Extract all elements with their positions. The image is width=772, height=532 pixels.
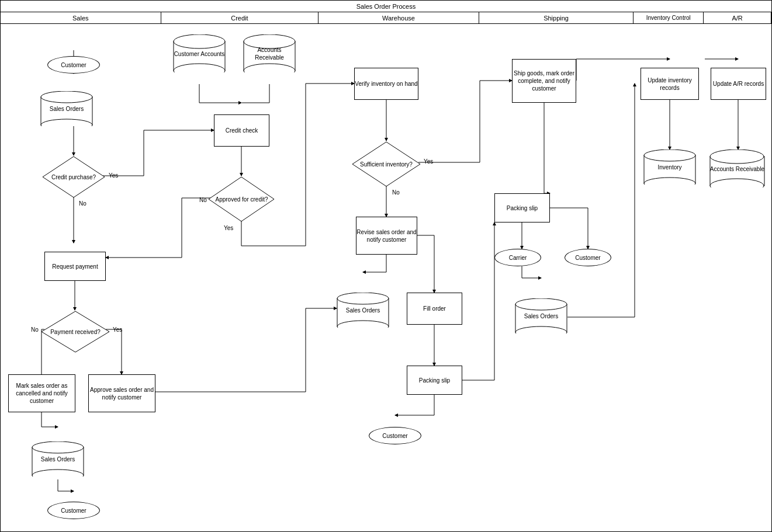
diagram-container: Sales Order Process Sales Credit Warehou… — [0, 0, 772, 532]
lane-shipping: Shipping — [479, 12, 634, 23]
accounts-receivable-ar-shape: Accounts Receivable — [709, 149, 765, 187]
no-inventory-label: No — [392, 189, 400, 196]
diagram-title: Sales Order Process — [1, 1, 771, 12]
packing-slip-ship-shape: Packing slip — [494, 193, 550, 222]
customer-wh-shape: Customer — [369, 427, 421, 444]
ship-goods-shape: Ship goods, mark order complete, and not… — [512, 59, 576, 103]
customer-accounts-shape: Customer Accounts — [173, 34, 226, 72]
mark-cancelled-shape: Mark sales order as cancelled and notify… — [8, 374, 75, 412]
carrier-shape: Carrier — [494, 249, 541, 266]
no-approved-label: No — [199, 197, 207, 203]
svg-point-76 — [337, 293, 389, 304]
lane-ar: A/R — [704, 12, 771, 23]
svg-point-65 — [32, 441, 84, 453]
lanes-header: Sales Credit Warehouse Shipping Inventor… — [1, 12, 771, 24]
request-payment-shape: Request payment — [44, 252, 106, 281]
svg-point-68 — [174, 34, 225, 48]
approved-credit-shape: Approved for credit? — [208, 176, 275, 222]
credit-check-shape: Credit check — [214, 114, 269, 147]
sufficient-inventory-shape: Sufficient inventory? — [351, 141, 421, 187]
svg-point-85 — [710, 149, 764, 164]
yes-approved-label: Yes — [224, 225, 233, 231]
revise-sales-shape: Revise sales order and notify customer — [356, 217, 417, 255]
yes-inventory-label: Yes — [424, 158, 433, 165]
customer-ship-shape: Customer — [565, 249, 611, 266]
sales-orders-bottom-shape: Sales Orders — [32, 441, 84, 477]
no-payment-label: No — [31, 326, 39, 333]
update-ar-shape: Update A/R records — [711, 68, 766, 100]
payment-received-shape: Payment received? — [40, 310, 110, 354]
svg-point-79 — [515, 298, 567, 310]
fill-order-shape: Fill order — [407, 293, 462, 325]
packing-slip-wh-shape: Packing slip — [407, 366, 462, 395]
lane-credit: Credit — [161, 12, 319, 23]
customer-bottom-shape: Customer — [47, 502, 100, 519]
sales-orders-wh-shape: Sales Orders — [337, 293, 389, 328]
no-credit-label: No — [79, 200, 86, 207]
approve-sales-shape: Approve sales order and notify customer — [88, 374, 155, 412]
lane-sales: Sales — [1, 12, 161, 23]
lane-warehouse: Warehouse — [319, 12, 479, 23]
sales-orders-top-shape: Sales Orders — [40, 91, 93, 126]
customer-top-shape: Customer — [47, 56, 100, 74]
sales-orders-ship-shape: Sales Orders — [515, 298, 567, 333]
title-text: Sales Order Process — [356, 3, 416, 10]
yes-credit-label: Yes — [109, 172, 118, 179]
verify-inventory-shape: Verify inventory on hand — [354, 68, 418, 100]
accounts-receivable-top-shape: Accounts Receivable — [243, 34, 296, 72]
svg-point-82 — [644, 149, 695, 161]
svg-point-60 — [41, 91, 92, 103]
lane-inventory: Inventory Control — [633, 12, 704, 23]
inventory-shape: Inventory — [643, 149, 696, 185]
update-inventory-shape: Update inventory records — [641, 68, 699, 100]
yes-payment-label: Yes — [113, 326, 122, 333]
credit-purchase-shape: Credit purchase? — [41, 155, 106, 199]
